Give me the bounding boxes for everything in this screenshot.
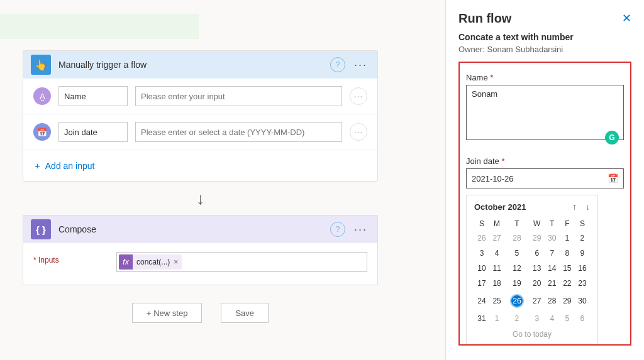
calendar-day[interactable]: 13 xyxy=(530,261,545,276)
compose-icon: { } xyxy=(31,219,51,239)
expression-pill[interactable]: fx concat(...) × xyxy=(119,254,182,270)
save-button[interactable]: Save xyxy=(221,303,269,323)
name-input[interactable]: Sonam xyxy=(466,85,624,140)
calendar-day[interactable]: 2 xyxy=(575,231,590,246)
calendar-day[interactable]: 1 xyxy=(560,231,575,246)
calendar-day[interactable]: 11 xyxy=(489,261,504,276)
calendar-day[interactable]: 17 xyxy=(474,276,489,291)
calendar-day[interactable]: 25 xyxy=(489,291,504,311)
calendar-day[interactable]: 5 xyxy=(504,246,530,261)
bottom-buttons: + New step Save xyxy=(23,303,378,323)
trigger-card: 👆 Manually trigger a flow ? ··· A͍ ··· 📅… xyxy=(23,50,378,182)
calendar-day[interactable]: 14 xyxy=(545,261,560,276)
calendar-day[interactable]: 6 xyxy=(530,246,545,261)
calendar-day[interactable]: 4 xyxy=(489,246,504,261)
calendar-dow: W xyxy=(530,217,545,231)
plus-icon: + xyxy=(35,160,40,171)
text-icon: A͍ xyxy=(33,87,51,105)
input-row-date: 📅 ··· xyxy=(23,114,377,150)
calendar-day[interactable]: 30 xyxy=(545,231,560,246)
help-icon[interactable]: ? xyxy=(330,222,345,237)
date-input[interactable]: 2021-10-26 📅 xyxy=(466,168,624,188)
panel-subtitle: Concate a text with number xyxy=(458,32,631,42)
calendar-day[interactable]: 27 xyxy=(530,291,545,311)
calendar-dow: S xyxy=(474,217,489,231)
inputs-label: Inputs xyxy=(33,252,109,265)
panel-title: Run flow xyxy=(458,11,511,26)
calendar-day[interactable]: 30 xyxy=(575,291,590,311)
date-icon: 📅 xyxy=(33,123,51,141)
calendar-day[interactable]: 6 xyxy=(575,311,590,326)
calendar-dow: M xyxy=(489,217,504,231)
calendar-day[interactable]: 3 xyxy=(530,311,545,326)
remove-pill-icon[interactable]: × xyxy=(174,258,178,266)
arrow-down-icon: ↓ xyxy=(23,182,378,215)
calendar-day[interactable]: 4 xyxy=(545,311,560,326)
help-icon[interactable]: ? xyxy=(330,57,345,72)
panel-owner: Owner: Sonam Subhadarsini xyxy=(458,45,631,54)
inputs-field[interactable]: fx concat(...) × xyxy=(116,252,367,272)
add-input-button[interactable]: +Add an input xyxy=(23,150,377,181)
calendar-day[interactable]: 18 xyxy=(489,276,504,291)
new-step-button[interactable]: + New step xyxy=(132,303,202,323)
compose-header[interactable]: { } Compose ? ··· xyxy=(23,215,377,243)
param-name-value[interactable] xyxy=(135,86,342,106)
name-label: Name * xyxy=(466,73,624,82)
calendar-day[interactable]: 29 xyxy=(560,291,575,311)
calendar-day[interactable]: 1 xyxy=(489,311,504,326)
compose-card: { } Compose ? ··· Inputs fx concat(...) … xyxy=(23,215,378,285)
pill-text: concat(...) xyxy=(136,258,170,266)
compose-body: Inputs fx concat(...) × xyxy=(23,243,377,285)
calendar-day[interactable]: 15 xyxy=(560,261,575,276)
calendar-day[interactable]: 28 xyxy=(504,231,530,246)
calendar-day[interactable]: 28 xyxy=(545,291,560,311)
trigger-header[interactable]: 👆 Manually trigger a flow ? ··· xyxy=(23,51,377,79)
calendar-dow: S xyxy=(575,217,590,231)
calendar-day[interactable]: 10 xyxy=(474,261,489,276)
fx-icon: fx xyxy=(119,254,133,270)
calendar-day[interactable]: 31 xyxy=(474,311,489,326)
calendar-dow: T xyxy=(504,217,530,231)
calendar-day[interactable]: 27 xyxy=(489,231,504,246)
calendar-day[interactable]: 8 xyxy=(560,246,575,261)
flow-canvas: 👆 Manually trigger a flow ? ··· A͍ ··· 📅… xyxy=(23,50,378,323)
more-icon[interactable]: ··· xyxy=(352,58,370,72)
success-banner xyxy=(0,14,199,39)
calendar-day[interactable]: 26 xyxy=(474,231,489,246)
next-month-icon[interactable]: ↓ xyxy=(586,202,590,212)
calendar-day[interactable]: 24 xyxy=(474,291,489,311)
calendar-dow: F xyxy=(560,217,575,231)
param-date-field[interactable] xyxy=(58,122,128,142)
row-more-icon[interactable]: ··· xyxy=(350,123,367,141)
calendar-day[interactable]: 22 xyxy=(560,276,575,291)
param-date-value[interactable] xyxy=(135,122,342,142)
calendar-day[interactable]: 20 xyxy=(530,276,545,291)
calendar-popup: October 2021 ↑ ↓ SMTWTFS 262728293012345… xyxy=(466,195,598,344)
calendar-day[interactable]: 26 xyxy=(504,291,530,311)
calendar-day[interactable]: 16 xyxy=(575,261,590,276)
calendar-day[interactable]: 21 xyxy=(545,276,560,291)
form-highlight: Name * Sonam G Join date * 2021-10-26 📅 … xyxy=(458,62,631,346)
close-icon[interactable]: ✕ xyxy=(622,11,631,25)
calendar-day[interactable]: 19 xyxy=(504,276,530,291)
calendar-month[interactable]: October 2021 xyxy=(474,202,526,212)
date-label: Join date * xyxy=(466,156,624,166)
grammarly-icon[interactable]: G xyxy=(605,131,619,145)
row-more-icon[interactable]: ··· xyxy=(350,87,367,105)
prev-month-icon[interactable]: ↑ xyxy=(572,202,577,212)
add-input-label: Add an input xyxy=(45,161,95,171)
go-to-today[interactable]: Go to today xyxy=(474,330,590,339)
calendar-day[interactable]: 23 xyxy=(575,276,590,291)
calendar-day[interactable]: 9 xyxy=(575,246,590,261)
calendar-day[interactable]: 5 xyxy=(560,311,575,326)
calendar-day[interactable]: 7 xyxy=(545,246,560,261)
calendar-day[interactable]: 29 xyxy=(530,231,545,246)
calendar-icon[interactable]: 📅 xyxy=(608,173,618,183)
more-icon[interactable]: ··· xyxy=(352,223,370,236)
calendar-day[interactable]: 3 xyxy=(474,246,489,261)
date-value: 2021-10-26 xyxy=(472,174,514,183)
calendar-day[interactable]: 12 xyxy=(504,261,530,276)
calendar-grid: SMTWTFS 26272829301234567891011121314151… xyxy=(474,217,590,326)
param-name-field[interactable] xyxy=(58,86,128,106)
calendar-day[interactable]: 2 xyxy=(504,311,530,326)
